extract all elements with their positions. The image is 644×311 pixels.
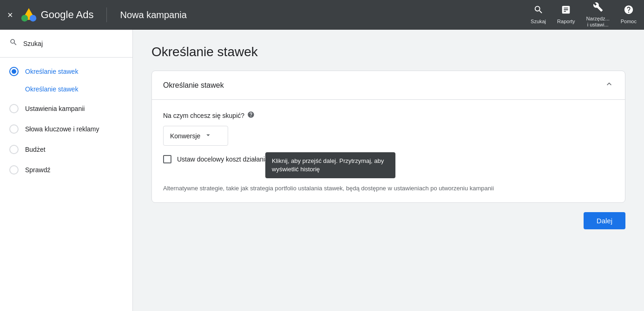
card-footer-note: Alternatywne strategie, takie jak strate…: [152, 184, 625, 202]
bidding-card: Określanie stawek Na czym chcesz się sku…: [151, 71, 625, 203]
topbar-divider: [106, 7, 107, 22]
logo-icon: [20, 6, 37, 23]
sidebar-nav: Określanie stawek Określanie stawek Usta…: [0, 58, 132, 184]
focus-question-text: Na czym chcesz się skupić?: [163, 112, 244, 119]
sidebar-search[interactable]: Szukaj: [0, 30, 132, 58]
svg-point-2: [21, 15, 27, 21]
sidebar-item-budget[interactable]: Budżet: [0, 139, 132, 160]
sidebar-item-circle-budget: [9, 145, 19, 154]
dropdown-arrow-icon: [204, 131, 212, 141]
svg-point-1: [29, 15, 36, 21]
sidebar-item-circle-review: [9, 165, 19, 175]
chevron-up-icon[interactable]: [605, 79, 614, 91]
sidebar: Szukaj Określanie stawek Określanie staw…: [0, 30, 133, 311]
campaign-name: Nowa kampania: [120, 10, 525, 20]
help-action-label: Pomoc: [621, 19, 637, 25]
search-action[interactable]: Szukaj: [531, 5, 546, 25]
reports-action[interactable]: Raporty: [557, 5, 575, 25]
help-icon: [624, 5, 634, 18]
tooltip: Kliknij, aby przejść dalej. Przytrzymaj,…: [265, 152, 395, 178]
focus-label: Na czym chcesz się skupić?: [163, 111, 614, 120]
topbar-actions: Szukaj Raporty Narzędz...i ustawi... Pom…: [531, 2, 637, 28]
card-header: Określanie stawek: [152, 71, 625, 100]
main-content: Określanie stawek Określanie stawek Na c…: [133, 30, 644, 311]
target-cpa-label: Ustaw docelowy koszt działania: [177, 156, 269, 163]
reports-icon: [561, 5, 571, 18]
close-button[interactable]: ×: [7, 10, 13, 20]
sidebar-sub-bidding: Określanie stawek: [0, 82, 132, 98]
sidebar-item-circle-settings: [9, 104, 19, 113]
app-name: Google Ads: [41, 9, 94, 21]
sidebar-search-label: Szukaj: [23, 40, 43, 47]
sidebar-item-label-settings: Ustawienia kampanii: [25, 105, 85, 112]
target-cpa-checkbox[interactable]: [163, 155, 171, 163]
card-body: Na czym chcesz się skupić? Konwersje Ust…: [152, 100, 625, 184]
tools-action[interactable]: Narzędz...i ustawi...: [586, 2, 610, 28]
sidebar-item-keywords[interactable]: Słowa kluczowe i reklamy: [0, 119, 132, 139]
search-action-label: Szukaj: [531, 19, 546, 25]
help-circle-icon[interactable]: [247, 111, 255, 120]
target-cpa-row: Ustaw docelowy koszt działania Kliknij, …: [163, 155, 614, 163]
dropdown-value: Konwersje: [170, 132, 200, 140]
sidebar-item-label-keywords: Słowa kluczowe i reklamy: [25, 125, 99, 133]
sidebar-item-label-bidding: Określanie stawek: [25, 68, 78, 75]
sidebar-item-review[interactable]: Sprawdź: [0, 160, 132, 180]
sidebar-item-label-review: Sprawdź: [25, 166, 50, 174]
sidebar-item-settings[interactable]: Ustawienia kampanii: [0, 98, 132, 119]
next-button[interactable]: Dalej: [584, 212, 625, 229]
tools-action-label: Narzędz...i ustawi...: [586, 16, 610, 28]
card-header-title: Określanie stawek: [163, 81, 224, 90]
focus-dropdown[interactable]: Konwersje: [163, 126, 228, 146]
sidebar-item-circle-bidding: [9, 67, 19, 76]
sidebar-sub-item-bidding[interactable]: Określanie stawek: [25, 82, 132, 97]
reports-action-label: Raporty: [557, 19, 575, 25]
logo: Google Ads: [20, 6, 94, 23]
layout: Szukaj Określanie stawek Określanie staw…: [0, 30, 644, 311]
page-title: Określanie stawek: [151, 45, 625, 59]
search-icon: [533, 5, 544, 18]
sidebar-search-icon: [9, 38, 18, 49]
sidebar-item-circle-keywords: [9, 124, 19, 134]
sidebar-item-bidding[interactable]: Określanie stawek: [0, 61, 132, 82]
topbar: × Google Ads Nowa kampania Szukaj Raport…: [0, 0, 644, 30]
sidebar-item-label-budget: Budżet: [25, 146, 46, 153]
help-action[interactable]: Pomoc: [621, 5, 637, 25]
tools-icon: [593, 2, 603, 15]
